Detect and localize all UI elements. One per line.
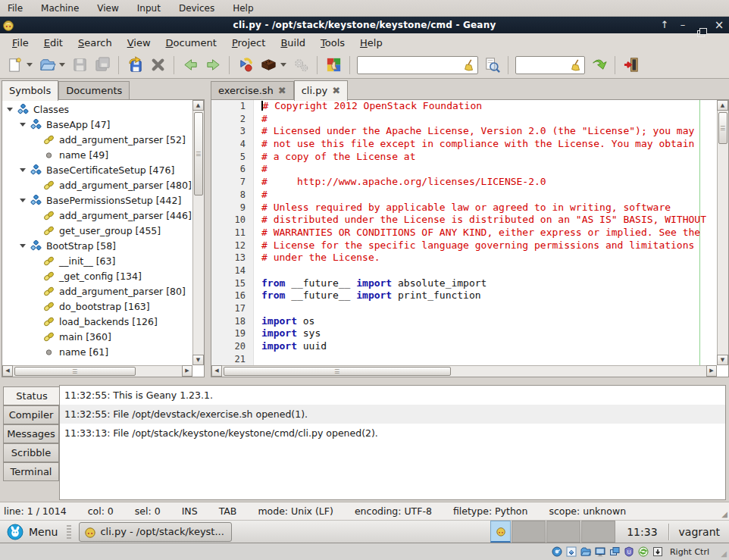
tree-item-__init__[interactable]: __init__ [63]	[2, 253, 192, 268]
new-file-dropdown-icon[interactable]	[27, 63, 33, 67]
tree-item-BootStrap[interactable]: BootStrap [58]	[2, 238, 192, 253]
tab-exercise-sh[interactable]: exercise.sh✖	[211, 81, 294, 99]
scroll-thumb[interactable]: ☰	[194, 112, 203, 196]
menu-project[interactable]: Project	[224, 36, 274, 50]
scroll-down-icon[interactable]: ▼	[717, 355, 728, 365]
clock[interactable]: 11:33	[627, 526, 657, 538]
vm-menu-file[interactable]: File	[8, 3, 23, 14]
sync-icon[interactable]	[638, 546, 649, 557]
sidebar-hscrollbar[interactable]: ◀ ▶ ☰	[2, 365, 192, 377]
menu-edit[interactable]: Edit	[36, 36, 70, 50]
usb-icon[interactable]: U	[624, 546, 634, 557]
pager-cell-4[interactable]	[581, 521, 615, 543]
nav-forward-button[interactable]	[202, 54, 224, 77]
close-tab-icon[interactable]: ✖	[332, 87, 340, 95]
autoresize-icon[interactable]	[652, 546, 663, 557]
msgwin-tab-messages[interactable]: Messages	[3, 424, 59, 443]
scroll-down-icon[interactable]: ▼	[192, 355, 204, 365]
tree-item-add_argument_parser[interactable]: add_argument_parser [80]	[2, 283, 192, 299]
tree-item-add_argument_parser[interactable]: add_argument_parser [480]	[2, 177, 192, 192]
tree-item-get_user_group[interactable]: get_user_group [455]	[2, 223, 192, 238]
harddisk-icon[interactable]	[552, 546, 562, 557]
close-file-button[interactable]	[146, 54, 169, 77]
tree-item-do_bootstrap[interactable]: do_bootstrap [163]	[2, 299, 192, 314]
quit-button[interactable]	[620, 54, 643, 77]
pager-cell-1[interactable]	[490, 521, 511, 543]
menu-button[interactable]: Menu	[0, 521, 64, 543]
symbols-tree[interactable]: ClassesBaseApp [47]add_argument_parser […	[2, 100, 192, 365]
taskbar-window-button[interactable]: cli.py - /opt/stack/keyst...	[79, 522, 232, 542]
vm-menu-devices[interactable]: Devices	[179, 3, 214, 14]
menu-file[interactable]: File	[5, 36, 36, 50]
scroll-right-icon[interactable]: ▶	[706, 365, 717, 377]
scroll-thumb[interactable]: ☰	[718, 112, 727, 144]
scroll-up-icon[interactable]: ▲	[717, 100, 728, 111]
scroll-up-icon[interactable]: ▲	[192, 100, 204, 111]
scroll-right-icon[interactable]: ▶	[182, 365, 192, 377]
tree-item-name[interactable]: name [49]	[2, 147, 192, 162]
clear-broom-icon[interactable]	[569, 58, 583, 72]
goto-entry[interactable]	[515, 56, 585, 74]
new-file-button[interactable]	[3, 54, 26, 77]
tree-item-_get_config[interactable]: _get_config [134]	[2, 268, 192, 283]
menu-document[interactable]: Document	[158, 36, 224, 50]
pager-cell-3[interactable]	[546, 521, 580, 543]
msgwin-tab-scribble[interactable]: Scribble	[3, 443, 59, 462]
expander-icon[interactable]	[20, 199, 26, 202]
tree-item-load_backends[interactable]: load_backends [126]	[2, 314, 192, 329]
scroll-thumb[interactable]: ☰	[224, 367, 451, 376]
msgwin-tab-terminal[interactable]: Terminal	[3, 462, 59, 481]
menu-view[interactable]: View	[120, 36, 158, 50]
vm-menu-machine[interactable]: Machine	[41, 3, 79, 14]
open-file-button[interactable]	[36, 54, 58, 77]
editor-hscrollbar[interactable]: ◀ ▶ ☰	[211, 365, 717, 377]
tree-item-main[interactable]: main [360]	[2, 329, 192, 344]
msgwin-tab-compiler[interactable]: Compiler	[3, 405, 59, 424]
build-dropdown-icon[interactable]	[280, 63, 286, 67]
optical-icon[interactable]	[566, 546, 577, 557]
nav-back-button[interactable]	[179, 54, 202, 77]
panel-splitter[interactable]	[205, 99, 211, 377]
menu-help[interactable]: Help	[352, 36, 390, 50]
revert-file-button[interactable]	[124, 54, 146, 77]
menu-search[interactable]: Search	[70, 36, 120, 50]
window-splitter[interactable]	[0, 377, 729, 383]
vm-menu-input[interactable]: Input	[137, 3, 161, 14]
vm-menu-help[interactable]: Help	[233, 3, 253, 14]
find-button[interactable]	[480, 54, 503, 77]
close-tab-icon[interactable]: ✖	[278, 87, 286, 95]
expander-icon[interactable]	[20, 123, 26, 127]
tab-Documents[interactable]: Documents	[58, 81, 130, 99]
scroll-left-icon[interactable]: ◀	[211, 365, 222, 377]
expander-icon[interactable]	[7, 108, 13, 111]
msgwin-tab-status[interactable]: Status	[3, 386, 61, 405]
tree-item-BaseCertificateSetup[interactable]: BaseCertificateSetup [476]	[2, 162, 192, 177]
clear-broom-icon[interactable]	[462, 58, 476, 72]
search-entry[interactable]	[357, 56, 478, 74]
compile-button[interactable]	[234, 54, 257, 77]
sharedfolder-icon[interactable]	[580, 546, 591, 557]
tree-item-name[interactable]: name [61]	[2, 344, 192, 359]
menu-build[interactable]: Build	[273, 36, 313, 50]
tab-cli-py[interactable]: cli.py✖	[294, 80, 348, 101]
editor-vscrollbar[interactable]: ▲ ▼ ☰	[717, 100, 728, 365]
tree-item-add_argument_parser[interactable]: add_argument_parser [52]	[2, 132, 192, 147]
display-icon[interactable]	[595, 546, 605, 557]
tree-item-add_argument_parser[interactable]: add_argument_parser [446]	[2, 208, 192, 223]
scroll-thumb[interactable]: ☰	[14, 367, 136, 376]
sidebar-vscrollbar[interactable]: ▲ ▼ ☰	[192, 100, 204, 365]
minimize-button[interactable]: –	[677, 17, 688, 33]
menu-tools[interactable]: Tools	[313, 36, 352, 50]
expander-icon[interactable]	[20, 168, 26, 172]
tree-item-Classes[interactable]: Classes	[2, 102, 192, 117]
close-button[interactable]: ×	[714, 17, 724, 33]
color-chooser-button[interactable]	[322, 54, 345, 77]
scroll-left-icon[interactable]: ◀	[2, 365, 13, 377]
open-file-dropdown-icon[interactable]	[59, 63, 65, 67]
tree-item-BasePermissionsSetup[interactable]: BasePermissionsSetup [442]	[2, 192, 192, 208]
tab-Symbols[interactable]: Symbols	[2, 80, 58, 101]
pager-cell-2[interactable]	[512, 521, 546, 543]
search-entry-input[interactable]	[359, 58, 462, 72]
code-text-area[interactable]: 1# Copyright 2012 OpenStack Foundation2#…	[211, 100, 717, 365]
vm-menu-view[interactable]: View	[97, 3, 118, 14]
